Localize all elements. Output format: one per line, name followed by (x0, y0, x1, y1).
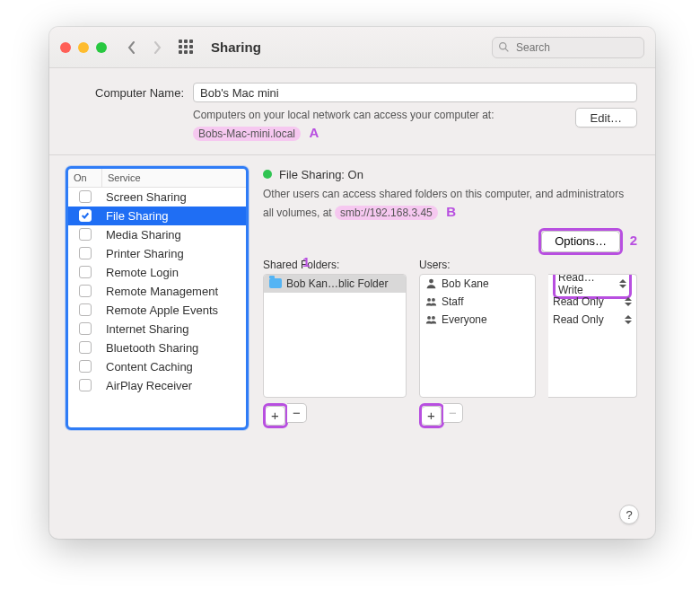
titlebar: Sharing (49, 27, 655, 68)
zoom-icon[interactable] (96, 42, 107, 53)
service-label: Screen Sharing (102, 190, 246, 204)
search-icon (498, 41, 510, 53)
service-row-internet-sharing[interactable]: Internet Sharing (68, 320, 246, 338)
service-checkbox[interactable] (79, 228, 92, 241)
service-label: Remote Login (102, 266, 246, 279)
group-icon (425, 295, 437, 307)
folder-icon (269, 278, 282, 288)
svg-point-4 (432, 298, 435, 302)
service-row-file-sharing[interactable]: File Sharing (68, 207, 246, 225)
chevron-updown-icon (625, 297, 632, 306)
folder-label: Bob Kan…blic Folder (286, 277, 388, 290)
user-label: Bob Kane (442, 277, 489, 290)
back-button[interactable] (123, 39, 141, 57)
options-button[interactable]: Options… (541, 231, 620, 252)
svg-point-3 (427, 298, 431, 302)
annotation-2: 2 (630, 233, 637, 248)
service-label: Remote Management (102, 285, 246, 298)
user-item[interactable]: Bob Kane (420, 275, 535, 293)
computer-name-label: Computer Name: (67, 86, 184, 100)
service-row-content-caching[interactable]: Content Caching (68, 357, 246, 376)
service-checkbox[interactable] (79, 285, 92, 297)
minimize-icon[interactable] (78, 42, 89, 53)
permission-select[interactable]: Read…Write (548, 275, 636, 293)
svg-point-0 (500, 42, 506, 48)
help-button[interactable]: ? (619, 505, 639, 524)
person-icon (425, 277, 437, 289)
users-list[interactable]: Bob KaneStaffEveryone (419, 274, 536, 398)
service-checkbox[interactable] (79, 247, 92, 259)
permissions-list[interactable]: Read…WriteRead OnlyRead Only (548, 274, 637, 398)
search-input[interactable] (492, 37, 644, 58)
service-checkbox[interactable] (79, 379, 92, 391)
services-list[interactable]: On Service Screen SharingFile SharingMed… (67, 168, 247, 428)
service-checkbox[interactable] (79, 322, 92, 335)
add-user-button[interactable]: + (422, 406, 442, 426)
service-checkbox[interactable] (79, 360, 92, 373)
service-row-airplay-receiver[interactable]: AirPlay Receiver (68, 376, 246, 395)
permission-label: Read Only (553, 313, 604, 326)
service-row-screen-sharing[interactable]: Screen Sharing (68, 188, 246, 207)
service-row-remote-management[interactable]: Remote Management (68, 282, 246, 301)
edit-hostname-button[interactable]: Edit… (575, 108, 637, 127)
user-item[interactable]: Staff (420, 293, 535, 311)
folders-header: Shared Folders: (263, 259, 407, 271)
smb-address-highlight: smb://192.168.3.45 (335, 206, 438, 220)
status-description: Other users can access shared folders on… (263, 187, 637, 221)
folders-list[interactable]: Bob Kan…blic Folder (263, 274, 407, 398)
permission-select[interactable]: Read Only (548, 311, 636, 329)
sharing-prefpane-window: Sharing Computer Name: Computers on your… (49, 27, 655, 539)
svg-line-1 (505, 48, 508, 51)
permission-label: Read…Write (558, 274, 619, 296)
computer-name-row: Computer Name: (67, 83, 637, 102)
user-label: Staff (442, 295, 463, 308)
status-indicator-icon (263, 170, 272, 179)
services-header: On Service (68, 169, 246, 188)
computer-name-input[interactable] (193, 83, 637, 102)
service-checkbox[interactable] (79, 303, 92, 316)
service-checkbox[interactable] (79, 266, 92, 278)
service-label: Printer Sharing (102, 247, 246, 260)
service-row-remote-apple-events[interactable]: Remote Apple Events (68, 301, 246, 320)
service-checkbox[interactable] (79, 341, 92, 354)
svg-point-6 (432, 316, 435, 320)
folder-item[interactable]: Bob Kan…blic Folder (264, 275, 406, 293)
service-label: Bluetooth Sharing (102, 341, 246, 355)
service-label: File Sharing (102, 209, 246, 223)
svg-point-2 (429, 279, 433, 284)
service-row-printer-sharing[interactable]: Printer Sharing (68, 244, 246, 263)
window-controls (60, 42, 107, 53)
status-title: File Sharing: On (279, 168, 363, 181)
group-icon (425, 313, 437, 325)
user-label: Everyone (442, 313, 487, 326)
service-checkbox[interactable] (79, 209, 92, 222)
search-field[interactable] (492, 37, 644, 58)
computer-name-subtext: Computers on your local network can acce… (193, 108, 494, 142)
show-all-icon[interactable] (179, 40, 195, 56)
service-label: Internet Sharing (102, 322, 246, 336)
window-title: Sharing (211, 40, 261, 55)
svg-point-5 (427, 316, 431, 320)
service-row-media-sharing[interactable]: Media Sharing (68, 225, 246, 244)
add-folder-button[interactable]: + (266, 406, 285, 426)
remove-user-button[interactable]: − (443, 403, 463, 423)
hostname-highlight: Bobs-Mac-mini.local (193, 127, 301, 141)
close-icon[interactable] (60, 42, 71, 53)
permission-label: Read Only (553, 295, 604, 308)
chevron-updown-icon (619, 279, 626, 288)
chevron-updown-icon (625, 315, 632, 324)
service-checkbox[interactable] (79, 190, 92, 203)
annotation-a: A (309, 125, 319, 140)
service-label: Remote Apple Events (102, 303, 246, 317)
forward-button[interactable] (148, 39, 166, 57)
remove-folder-button[interactable]: − (287, 403, 307, 423)
users-header: Users: (419, 259, 536, 271)
service-status: File Sharing: On (263, 168, 637, 181)
annotation-b: B (446, 204, 456, 219)
service-label: Media Sharing (102, 228, 246, 242)
service-label: AirPlay Receiver (102, 379, 246, 392)
service-row-remote-login[interactable]: Remote Login (68, 263, 246, 282)
service-row-bluetooth-sharing[interactable]: Bluetooth Sharing (68, 338, 246, 357)
user-item[interactable]: Everyone (420, 311, 535, 329)
service-label: Content Caching (102, 360, 246, 374)
